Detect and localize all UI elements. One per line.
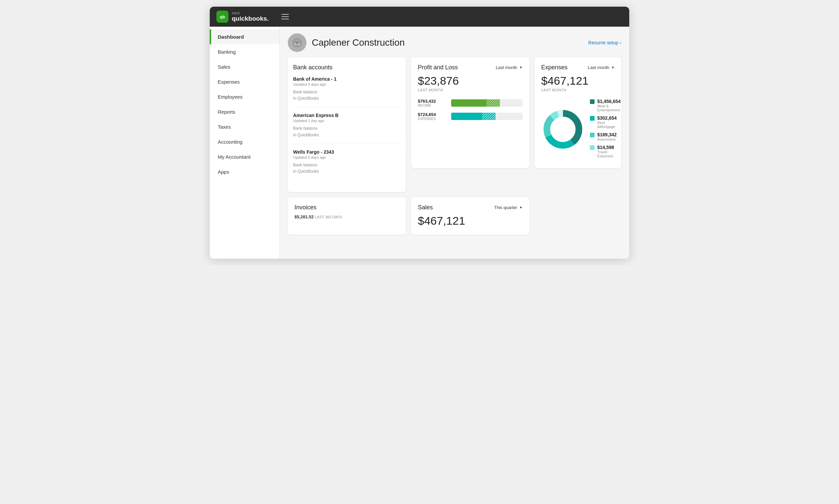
sales-chevron-icon: ▼ <box>519 206 522 209</box>
bank-name-0: Bank of America - 1 <box>293 76 400 82</box>
company-name: Caplener Construction <box>312 37 405 48</box>
bank-name-2: Wells Fargo - 2343 <box>293 149 400 155</box>
main-layout: Dashboard Banking Sales Expenses Employe… <box>210 27 629 259</box>
bank-balance-row-2: Bank balance <box>293 162 400 168</box>
invoices-header: Invoices <box>294 204 399 211</box>
legend-text-1: $302,654 Rent &Mortgage <box>597 115 621 129</box>
income-amount: $763,432 <box>418 99 448 104</box>
sales-period-selector[interactable]: This quarter ▼ <box>494 205 522 210</box>
expenses-bar-amount: $724,654 <box>418 112 448 117</box>
sidebar-item-sales[interactable]: Sales <box>210 59 280 74</box>
expenses-chevron-icon: ▼ <box>611 66 614 69</box>
sales-card: Sales This quarter ▼ $467,121 <box>411 197 529 235</box>
bank-updated-2: Updated 6 days ago <box>293 155 400 159</box>
donut-chart <box>541 108 585 152</box>
legend-text-0: $1,456,654 Meal & Entertainment <box>597 99 621 112</box>
profit-loss-label: LAST MONTH <box>418 88 522 92</box>
income-bar-hatch <box>486 99 500 107</box>
legend-color-0 <box>590 99 594 104</box>
bank-account-1: American Express B Updated 1 day ago Ban… <box>293 113 400 144</box>
legend-text-3: $14,598 Travel Expenses <box>597 145 621 158</box>
expenses-bar-label: EXPENSES <box>418 117 448 121</box>
legend-item-3: $14,598 Travel Expenses <box>590 145 621 158</box>
bank-balance-row-1: Bank balance <box>293 125 400 132</box>
hamburger-menu[interactable] <box>282 14 289 19</box>
legend-color-3 <box>590 145 594 150</box>
expenses-bar-hatch <box>482 113 496 120</box>
legend-item-2: $189,342 Automotive <box>590 132 621 141</box>
expenses-period-selector[interactable]: Last month ▼ <box>588 65 614 70</box>
expenses-meta: $724,654 EXPENSES <box>418 112 448 121</box>
expenses-card-header: Expenses Last month ▼ <box>541 64 614 71</box>
profit-loss-title: Profit and Loss <box>418 64 458 71</box>
content-header: Caplener Construction Resume setup › <box>280 27 629 57</box>
svg-point-4 <box>296 41 299 44</box>
expenses-amount-label: LAST MONTH <box>541 88 614 92</box>
expenses-card-title: Expenses <box>541 64 568 71</box>
income-label: INCOME <box>418 104 448 107</box>
intuit-label: intuit <box>232 11 269 15</box>
legend-item-0: $1,456,654 Meal & Entertainment <box>590 99 621 112</box>
svg-text:qb: qb <box>220 14 225 19</box>
brand-text: intuit quickbooks. <box>232 11 269 22</box>
content-area: Caplener Construction Resume setup › Pro… <box>280 27 629 259</box>
expenses-bar-row: $724,654 EXPENSES <box>418 112 522 121</box>
bank-inqb-row-2: In QuickBooks <box>293 168 400 175</box>
bank-updated-0: Updated 4 days ago <box>293 82 400 86</box>
bank-inqb-row-0: In QuickBooks <box>293 95 400 102</box>
income-bar-track <box>451 99 522 107</box>
sidebar-item-expenses[interactable]: Expenses <box>210 74 280 89</box>
legend-color-2 <box>590 133 594 137</box>
sidebar-item-employees[interactable]: Employees <box>210 89 280 104</box>
bank-updated-1: Updated 1 day ago <box>293 119 400 123</box>
company-info: Caplener Construction <box>288 33 405 52</box>
expenses-bar-fill <box>451 113 496 120</box>
app-container: qb intuit quickbooks. Dashboard Banking … <box>210 7 629 259</box>
sales-title: Sales <box>418 204 433 211</box>
quickbooks-label: quickbooks. <box>232 15 269 22</box>
svg-point-10 <box>551 117 575 141</box>
bank-accounts-title: Bank accounts <box>293 64 400 71</box>
expenses-card-body: $1,456,654 Meal & Entertainment $302,654… <box>541 99 614 161</box>
income-bar-fill <box>451 99 500 107</box>
sidebar-item-reports[interactable]: Reports <box>210 104 280 119</box>
bank-balance-row-0: Bank balance <box>293 89 400 95</box>
profit-loss-header: Profit and Loss Last month ▼ <box>418 64 522 71</box>
resume-setup-button[interactable]: Resume setup › <box>588 40 621 45</box>
expenses-legend: $1,456,654 Meal & Entertainment $302,654… <box>590 99 621 161</box>
sales-amount: $467,121 <box>418 214 522 227</box>
invoices-period: LAST 365 DAYS <box>315 215 342 219</box>
invoices-card: Invoices $5,281.52 LAST 365 DAYS <box>288 197 406 235</box>
profit-loss-amount: $23,876 <box>418 74 522 87</box>
legend-color-1 <box>590 116 594 121</box>
invoices-amount-row: $5,281.52 LAST 365 DAYS <box>294 214 399 219</box>
income-bar-row: $763,432 INCOME <box>418 99 522 107</box>
invoices-amount: $5,281.52 <box>294 214 314 219</box>
sidebar-item-my-accountant[interactable]: My Accountant <box>210 149 280 164</box>
qb-logo-icon: qb <box>216 11 228 23</box>
company-avatar <box>288 33 306 52</box>
expenses-amount: $467,121 <box>541 74 614 87</box>
profit-loss-card: Profit and Loss Last month ▼ $23,876 LAS… <box>411 57 529 168</box>
bank-account-2: Wells Fargo - 2343 Updated 6 days ago Ba… <box>293 149 400 180</box>
invoices-title: Invoices <box>294 204 317 211</box>
legend-text-2: $189,342 Automotive <box>597 132 617 141</box>
chevron-down-icon: ▼ <box>519 66 522 69</box>
expenses-bar-track <box>451 113 522 120</box>
logo-area: qb intuit quickbooks. <box>216 11 289 23</box>
bank-accounts-card: Bank accounts Bank of America - 1 Update… <box>288 57 406 192</box>
profit-loss-period-selector[interactable]: Last month ▼ <box>496 65 522 70</box>
bank-account-0: Bank of America - 1 Updated 4 days ago B… <box>293 76 400 107</box>
bank-name-1: American Express B <box>293 113 400 118</box>
top-nav: qb intuit quickbooks. <box>210 7 629 27</box>
sidebar-item-banking[interactable]: Banking <box>210 44 280 59</box>
expenses-card: Expenses Last month ▼ $467,121 LAST MONT… <box>535 57 621 168</box>
legend-item-1: $302,654 Rent &Mortgage <box>590 115 621 129</box>
bank-inqb-row-1: In QuickBooks <box>293 132 400 138</box>
income-meta: $763,432 INCOME <box>418 99 448 107</box>
sidebar-item-dashboard[interactable]: Dashboard <box>210 29 280 44</box>
sidebar-item-accounting[interactable]: Accounting <box>210 134 280 149</box>
sidebar-item-taxes[interactable]: Taxes <box>210 119 280 134</box>
sidebar-item-apps[interactable]: Apps <box>210 164 280 179</box>
dashboard-grid: Profit and Loss Last month ▼ $23,876 LAS… <box>280 57 629 243</box>
